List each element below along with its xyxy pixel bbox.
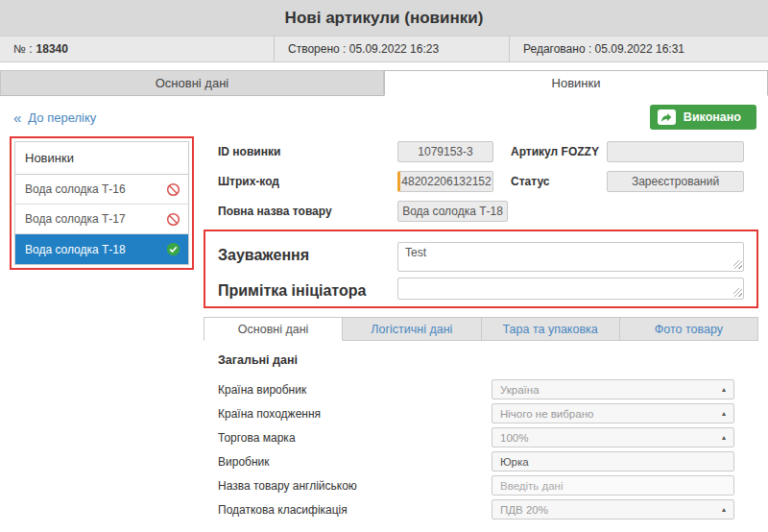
note-row: Примітка ініціатора: [205, 278, 756, 300]
remark-field-wrap: Test: [397, 242, 744, 272]
sidebar-item-t17[interactable]: Вода солодка Т-17: [15, 205, 188, 234]
tab-main-data[interactable]: Основні дані: [0, 70, 384, 95]
tax-classification-select[interactable]: ПДВ 20% ▴: [492, 499, 734, 520]
artikul-fozzy-label: Артикул FOZZY: [511, 145, 607, 158]
country-producer-select[interactable]: Україна ▴: [492, 379, 734, 399]
novelties-sidebar: Новинки Вода солодка Т-16 Вода солодка Т…: [14, 141, 189, 265]
detail-subtabs: Основні дані Логістичні дані Тара та упа…: [204, 317, 758, 341]
dropdown-caret-icon: ▴: [722, 386, 726, 394]
remark-label: Зауваження: [218, 242, 397, 264]
field-row: Країна походження Нічого не вибрано ▴: [204, 401, 758, 425]
field-row: Назва товару англійською Введіть дані: [204, 473, 758, 497]
field-row: Країна виробник Україна ▴: [204, 377, 758, 401]
novelty-id-label: ID новинки: [218, 145, 397, 158]
barcode-label: Штрих-код: [218, 175, 397, 188]
field-row: Виробник Юрка: [204, 449, 758, 473]
sidebar-item-label: Вода солодка Т-16: [25, 182, 126, 196]
page-title: Нові артикули (новинки): [0, 0, 768, 36]
blocked-icon: [166, 212, 180, 227]
select-value: ПДВ 20%: [500, 504, 548, 516]
subtab-packaging[interactable]: Тара та упаковка: [482, 317, 620, 340]
record-number-value: 18340: [36, 42, 68, 56]
content: Новинки Вода солодка Т-16 Вода солодка Т…: [0, 136, 768, 521]
created-timestamp: Створено : 05.09.2022 16:23: [274, 36, 509, 61]
sidebar-item-label: Вода солодка Т-18: [25, 243, 126, 256]
dropdown-caret-icon: ▴: [722, 506, 726, 514]
sidebar-item-label: Вода солодка Т-17: [25, 212, 126, 226]
initiator-note-field-wrap: [397, 278, 744, 300]
info-bar: № : 18340 Створено : 05.09.2022 16:23 Ре…: [0, 36, 768, 62]
remark-textarea[interactable]: Test: [397, 242, 744, 272]
select-value: 100%: [500, 432, 528, 444]
trademark-label: Торгова марка: [218, 431, 492, 445]
select-value: Нічого не вибрано: [500, 408, 593, 420]
dropdown-caret-icon: ▴: [722, 434, 726, 442]
section-title: Загальні дані: [204, 341, 758, 377]
full-name-label: Повна назва товару: [218, 205, 397, 218]
back-to-list-link[interactable]: « До переліку: [13, 109, 96, 126]
artikul-fozzy-input[interactable]: [607, 141, 744, 162]
initiator-note-textarea[interactable]: [397, 278, 744, 300]
initiator-note-label: Примітка ініціатора: [218, 278, 397, 300]
status-label: Статус: [511, 175, 607, 188]
page: Нові артикули (новинки) № : 18340 Створе…: [0, 0, 768, 521]
forward-arrow-icon: [658, 109, 676, 125]
field-row: Торгова марка 100% ▴: [204, 425, 758, 449]
novelty-form: ID новинки 1079153-3 Артикул FOZZY Штрих…: [204, 136, 758, 521]
sidebar-item-t16[interactable]: Вода солодка Т-16: [15, 175, 188, 205]
subtab-logistics[interactable]: Логістичні дані: [343, 317, 481, 340]
full-name-input[interactable]: Вода солодка Т-18: [397, 201, 508, 222]
country-origin-select[interactable]: Нічого не вибрано ▴: [492, 403, 734, 423]
manufacturer-label: Виробник: [218, 455, 492, 469]
english-name-input[interactable]: Введіть дані: [492, 475, 734, 496]
done-button[interactable]: Виконано: [650, 105, 756, 130]
back-chevron-icon: «: [13, 109, 21, 126]
barcode-input[interactable]: 48202206132152: [397, 171, 493, 192]
form-row: ID новинки 1079153-3 Артикул FOZZY: [204, 136, 758, 166]
edited-timestamp: Редаговано : 05.09.2022 16:31: [509, 36, 768, 61]
toolbar: « До переліку Виконано: [0, 96, 768, 136]
annotation-notes: Зауваження Test Примітка ініціатора: [204, 230, 758, 308]
tab-novelties[interactable]: Новинки: [384, 70, 768, 96]
annotation-sidebar: Новинки Вода солодка Т-16 Вода солодка Т…: [10, 136, 194, 270]
subtab-photo[interactable]: Фото товару: [620, 317, 758, 340]
main-tabs: Основні дані Новинки: [0, 70, 768, 96]
manufacturer-input[interactable]: Юрка: [492, 451, 734, 472]
record-number-label: № :: [13, 42, 33, 56]
english-name-label: Назва товару англійською: [218, 479, 492, 493]
field-row: Податкова класифікація ПДВ 20% ▴: [204, 497, 758, 521]
record-number: № : 18340: [0, 36, 274, 61]
sidebar-title: Новинки: [15, 142, 188, 175]
check-icon: [166, 242, 180, 256]
select-value: Україна: [500, 384, 540, 396]
status-input[interactable]: Зареєстрований: [607, 171, 744, 192]
country-origin-label: Країна походження: [218, 407, 492, 421]
sidebar-item-t18[interactable]: Вода солодка Т-18: [15, 234, 188, 264]
blocked-icon: [166, 182, 180, 197]
done-button-label: Виконано: [684, 110, 741, 124]
form-row: Повна назва товару Вода солодка Т-18: [204, 196, 758, 226]
dropdown-caret-icon: ▴: [722, 410, 726, 418]
novelty-id-input[interactable]: 1079153-3: [397, 141, 493, 162]
back-link-label: До переліку: [28, 110, 96, 125]
form-row: Штрих-код 48202206132152 Статус Зареєстр…: [204, 166, 758, 196]
tax-classification-label: Податкова класифікація: [218, 503, 492, 517]
subtab-main-data[interactable]: Основні дані: [204, 317, 343, 341]
note-row: Зауваження Test: [205, 242, 756, 272]
country-producer-label: Країна виробник: [218, 383, 492, 397]
trademark-select[interactable]: 100% ▴: [492, 427, 734, 447]
